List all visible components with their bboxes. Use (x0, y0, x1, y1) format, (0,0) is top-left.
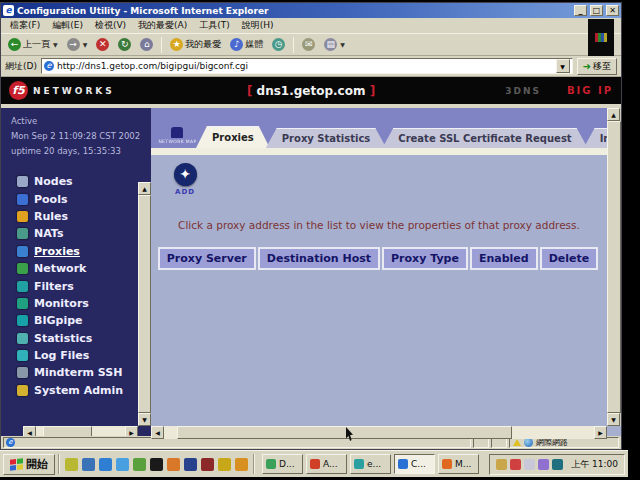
quick-launch-icon[interactable] (150, 458, 163, 471)
sidebar-item-pools[interactable]: Pools (1, 190, 151, 207)
address-dropdown-icon[interactable]: ▼ (556, 59, 570, 73)
media-button[interactable]: ♪ 媒體 (226, 37, 267, 52)
menu-help[interactable]: 說明(H) (237, 18, 279, 33)
quick-launch-icon[interactable] (82, 458, 95, 471)
menu-view[interactable]: 檢視(V) (90, 18, 131, 33)
scroll-up-icon[interactable]: ▲ (607, 108, 620, 121)
scrollbar-thumb[interactable] (177, 426, 512, 439)
tray-icon[interactable] (496, 459, 507, 470)
taskbar-clock[interactable]: 上午 11:00 (571, 458, 618, 471)
taskbar-window-button[interactable]: e... (350, 454, 391, 474)
scrollbar-thumb[interactable] (607, 121, 621, 413)
quick-launch-icon[interactable] (65, 458, 78, 471)
address-url[interactable]: http://dns1.getop.com/bigipgui/bigconf.c… (57, 61, 553, 71)
main-frame: NETWORK MAP Proxies Proxy Statistics Cre… (151, 108, 621, 439)
document-status-icon: e (6, 438, 15, 447)
sidebar-item-log-files[interactable]: Log Files (1, 347, 151, 364)
menu-favorites[interactable]: 我的最愛(A) (133, 18, 192, 33)
quick-launch-icon[interactable] (99, 458, 112, 471)
scrollbar-thumb[interactable] (138, 195, 151, 413)
quick-launch-icon[interactable] (116, 458, 129, 471)
sidebar-item-nats[interactable]: NATs (1, 225, 151, 242)
sidebar-item-filters[interactable]: Filters (1, 277, 151, 294)
taskbar: 開始 D... A... e... (0, 450, 628, 477)
stop-icon: ✕ (96, 38, 109, 51)
quick-launch-icon[interactable] (184, 458, 197, 471)
taskbar-window-button-active[interactable]: C... (394, 454, 435, 474)
sidebar-item-nodes[interactable]: Nodes (1, 173, 151, 190)
column-header-destination-host[interactable]: Destination Host (258, 247, 380, 270)
tab-proxy-statistics[interactable]: Proxy Statistics (266, 128, 387, 148)
nats-icon (17, 228, 28, 239)
menu-tools[interactable]: 工具(T) (194, 18, 235, 33)
column-header-proxy-type[interactable]: Proxy Type (382, 247, 468, 270)
tray-icon[interactable] (538, 459, 549, 470)
ie-throbber-logo (588, 19, 614, 56)
scroll-right-icon[interactable]: ▶ (594, 426, 607, 439)
go-button[interactable]: ➜ 移至 (577, 58, 617, 75)
forward-dropdown-icon[interactable]: ▼ (83, 41, 88, 48)
hostname-text: dns1.getop.com (257, 84, 366, 98)
taskbar-window-button[interactable]: M... (438, 454, 479, 474)
stop-button[interactable]: ✕ (92, 37, 113, 52)
quick-launch-icon[interactable] (133, 458, 146, 471)
scroll-left-icon[interactable]: ◀ (151, 426, 164, 439)
scroll-down-icon[interactable]: ▼ (138, 413, 151, 426)
tray-icon[interactable] (510, 459, 521, 470)
back-dropdown-icon[interactable]: ▼ (53, 41, 58, 48)
column-header-enabled[interactable]: Enabled (470, 247, 538, 270)
tray-icon[interactable] (524, 459, 535, 470)
quick-launch-icon[interactable] (235, 458, 248, 471)
forward-button[interactable]: → ▼ (63, 37, 92, 52)
status-active: Active (11, 114, 151, 129)
quick-launch-icon[interactable] (201, 458, 214, 471)
quick-launch-icon[interactable] (218, 458, 231, 471)
sidebar-item-rules[interactable]: Rules (1, 208, 151, 225)
column-header-proxy-server[interactable]: Proxy Server (158, 247, 256, 270)
refresh-button[interactable]: ↻ (114, 37, 135, 52)
menu-file[interactable]: 檔案(F) (5, 18, 45, 33)
scroll-up-icon[interactable]: ▲ (138, 182, 151, 195)
minimize-button[interactable]: _ (574, 5, 587, 16)
start-button[interactable]: 開始 (3, 454, 55, 475)
print-button[interactable]: ▤ ▼ (320, 37, 349, 52)
address-input[interactable]: e http://dns1.getop.com/bigipgui/bigconf… (41, 58, 573, 74)
close-button[interactable]: ✕ (606, 5, 619, 16)
tab-proxies[interactable]: Proxies (196, 126, 270, 148)
column-header-delete[interactable]: Delete (540, 247, 599, 270)
tray-icon[interactable] (552, 459, 563, 470)
favorites-button[interactable]: ★ 我的最愛 (166, 37, 225, 52)
sidebar-vertical-scrollbar[interactable]: ▲ ▼ (138, 182, 151, 426)
main-vertical-scrollbar[interactable]: ▲ ▼ (607, 108, 621, 426)
add-proxy-button[interactable]: ✦ ADD (171, 163, 199, 196)
scroll-down-icon[interactable]: ▼ (607, 413, 620, 426)
print-dropdown-icon[interactable]: ▼ (340, 41, 345, 48)
desktop: e Configuration Utility - Microsoft Inte… (0, 0, 640, 480)
status-uptime: uptime 20 days, 15:35:33 (11, 144, 151, 159)
maximize-button[interactable]: □ (590, 5, 603, 16)
sidebar-item-statistics[interactable]: Statistics (1, 330, 151, 347)
back-button[interactable]: ← 上一頁 ▼ (4, 37, 62, 52)
sidebar-item-proxies[interactable]: Proxies (1, 243, 151, 260)
sidebar-item-mindterm-ssh[interactable]: Mindterm SSH (1, 364, 151, 381)
filters-icon (17, 281, 28, 292)
main-horizontal-scrollbar[interactable]: ◀ ▶ (151, 426, 607, 439)
sidebar-item-monitors[interactable]: Monitors (1, 295, 151, 312)
mail-button[interactable]: ✉ (298, 37, 319, 52)
taskbar-separator (253, 454, 255, 474)
taskbar-separator (58, 454, 60, 474)
quick-launch-icon[interactable] (167, 458, 180, 471)
history-button[interactable]: ◷ (268, 37, 289, 52)
menu-edit[interactable]: 編輯(E) (47, 18, 88, 33)
taskbar-window-button[interactable]: A... (306, 454, 347, 474)
home-button[interactable]: ⌂ (136, 37, 157, 52)
toolbar-separator (161, 37, 162, 53)
instruction-text: Click a proxy address in the list to vie… (151, 219, 607, 231)
network-map-button[interactable]: NETWORK MAP (154, 127, 200, 145)
taskbar-window-button[interactable]: D... (262, 454, 303, 474)
sidebar-item-bigpipe[interactable]: BIGpipe (1, 312, 151, 329)
sidebar-item-network[interactable]: Network (1, 260, 151, 277)
sidebar-item-system-admin[interactable]: System Admin (1, 382, 151, 399)
log-files-icon (17, 350, 28, 361)
tab-create-ssl-certificate-request[interactable]: Create SSL Certificate Request (382, 128, 587, 148)
